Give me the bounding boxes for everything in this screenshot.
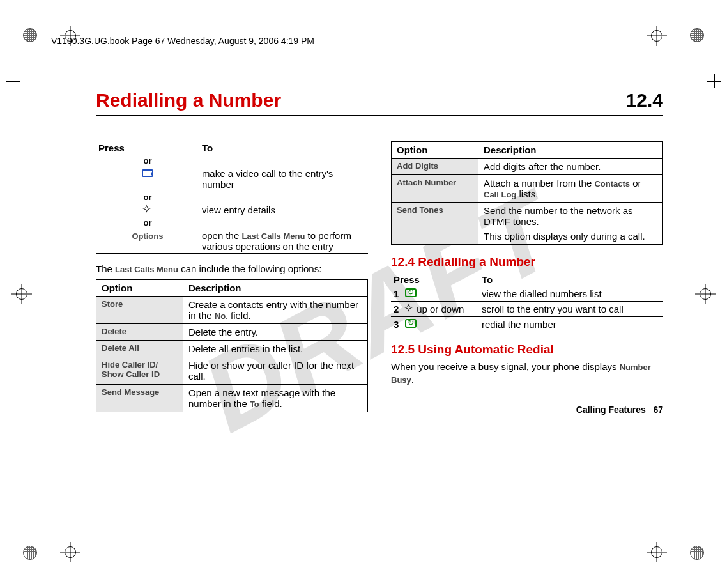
nav-key-icon xyxy=(96,203,199,217)
press-header: Press xyxy=(96,141,199,155)
intro-text: The Last Calls Menu can include the foll… xyxy=(96,263,368,275)
table-row: Delete Delete the entry. xyxy=(96,324,368,341)
options-softkey: Options xyxy=(96,229,199,254)
or-label: or xyxy=(96,155,199,167)
to-header: To xyxy=(199,141,368,155)
press-desc: make a video call to the entry's number xyxy=(199,167,368,191)
table-row: Hide Caller ID/Show Caller ID Hide or sh… xyxy=(96,357,368,385)
chapter-title: Redialling a Number xyxy=(96,89,281,111)
redial-steps-table: Press To 1 view the dialled numbers list… xyxy=(391,273,663,332)
option-header: Option xyxy=(96,280,183,297)
send-key-icon xyxy=(405,319,417,328)
to-header: To xyxy=(479,273,663,286)
nav-key-icon xyxy=(405,304,414,313)
send-key-icon xyxy=(405,288,417,297)
table-row: Delete All Delete all entries in the lis… xyxy=(96,341,368,357)
registration-mark-icon xyxy=(60,542,80,562)
chapter-number: 12.4 xyxy=(626,89,663,111)
table-row: Attach Number Attach a number from the C… xyxy=(392,175,663,203)
description-header: Description xyxy=(183,280,368,297)
description-header: Description xyxy=(478,142,663,159)
video-key-icon xyxy=(96,167,199,191)
table-row: 3 redial the number xyxy=(391,317,663,332)
table-row: Send Tones Send the number to the networ… xyxy=(392,203,663,245)
chapter-header: Redialling a Number 12.4 xyxy=(96,89,663,116)
table-row: Add Digits Add digits after the number. xyxy=(392,159,663,175)
press-desc: open the Last Calls Menu to perform vari… xyxy=(199,229,368,254)
option-header: Option xyxy=(392,142,478,159)
frame-header: V1100.3G.UG.book Page 67 Wednesday, Augu… xyxy=(51,36,314,46)
registration-mark-icon xyxy=(647,542,667,562)
printer-mark-icon xyxy=(690,28,704,42)
right-column: Option Description Add Digits Add digits… xyxy=(391,141,663,412)
table-row: 2 up or down scroll to the entry you wan… xyxy=(391,302,663,317)
options-table-left: Option Description Store Create a contac… xyxy=(96,279,368,412)
printer-mark-icon xyxy=(23,28,37,42)
options-table-right: Option Description Add Digits Add digits… xyxy=(391,141,663,245)
printer-mark-icon xyxy=(23,546,37,560)
printer-mark-icon xyxy=(690,546,704,560)
registration-mark-icon xyxy=(647,26,667,46)
table-row: 1 view the dialled numbers list xyxy=(391,286,663,302)
or-label: or xyxy=(96,217,199,229)
busy-text: When you receive a busy signal, your pho… xyxy=(391,360,663,387)
table-row: Send Message Open a new text message wit… xyxy=(96,385,368,412)
left-column: Press To or make a video call to the ent… xyxy=(96,141,368,412)
section-heading-125: 12.5 Using Automatic Redial xyxy=(391,343,663,357)
page-footer: Calling Features 67 xyxy=(576,405,663,415)
press-desc: view entry details xyxy=(199,203,368,217)
section-heading-124: 12.4 Redialling a Number xyxy=(391,255,663,269)
table-row: Store Create a contacts entry with the n… xyxy=(96,297,368,324)
press-header: Press xyxy=(391,273,479,286)
press-to-table: Press To or make a video call to the ent… xyxy=(96,141,368,254)
